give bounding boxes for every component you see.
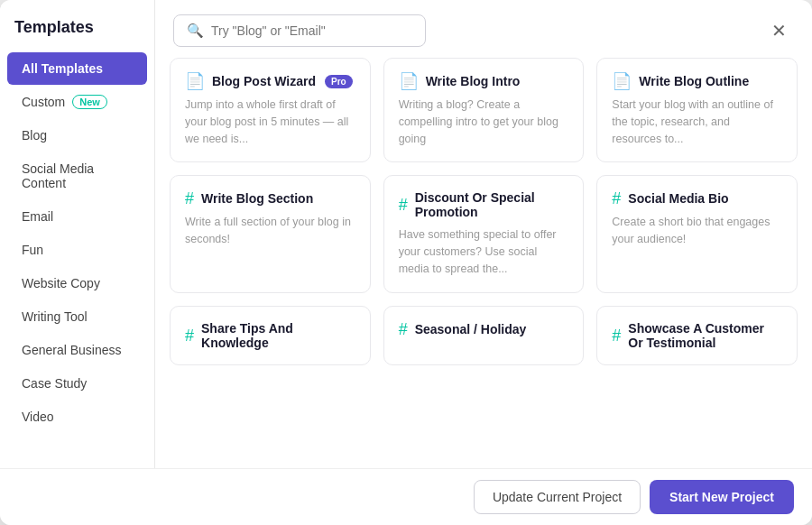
sidebar-item-general-business[interactable]: General Business <box>7 334 147 366</box>
card-desc: Jump into a whole first draft of your bl… <box>185 97 355 147</box>
card-title: Write Blog Intro <box>426 74 521 88</box>
sidebar-item-blog[interactable]: Blog <box>7 119 147 152</box>
hash-icon: # <box>612 190 621 207</box>
card-title: Social Media Bio <box>628 191 728 206</box>
pro-badge: Pro <box>325 75 353 88</box>
template-card-8[interactable]: # Showcase A Customer Or Testimonial <box>596 306 798 365</box>
template-card-3[interactable]: # Write Blog Section Write a full sectio… <box>170 175 371 292</box>
modal-body: Templates All TemplatesCustomNewBlogSoci… <box>0 0 812 468</box>
templates-modal: Templates All TemplatesCustomNewBlogSoci… <box>0 0 812 525</box>
update-project-button[interactable]: Update Current Project <box>474 480 641 514</box>
card-desc: Start your blog with an outline of the t… <box>612 97 782 147</box>
hash-icon: # <box>185 190 194 207</box>
card-title: Discount Or Special Promotion <box>415 190 569 219</box>
hash-icon: # <box>612 327 621 344</box>
sidebar-item-video[interactable]: Video <box>7 401 147 433</box>
card-header: # Write Blog Section <box>185 190 355 207</box>
card-desc: Have something special to offer your cus… <box>399 226 569 277</box>
sidebar-item-custom[interactable]: CustomNew <box>7 86 147 118</box>
sidebar-item-writing-tool[interactable]: Writing Tool <box>7 300 147 333</box>
template-card-1[interactable]: 📄 Write Blog Intro Writing a blog? Creat… <box>383 58 585 162</box>
card-header: # Discount Or Special Promotion <box>399 190 569 219</box>
template-card-5[interactable]: # Social Media Bio Create a short bio th… <box>596 175 798 292</box>
card-desc: Writing a blog? Create a compelling intr… <box>399 97 569 147</box>
card-header: # Seasonal / Holiday <box>399 321 569 337</box>
card-header: # Share Tips And Knowledge <box>185 321 355 350</box>
sidebar-item-fun[interactable]: Fun <box>7 234 147 266</box>
card-header: 📄 Write Blog Intro <box>399 73 569 89</box>
card-title: Write Blog Outline <box>639 74 749 88</box>
template-card-0[interactable]: 📄 Blog Post Wizard Pro Jump into a whole… <box>170 58 371 162</box>
card-header: # Social Media Bio <box>612 190 782 207</box>
hash-icon: # <box>185 327 194 344</box>
close-button[interactable]: ✕ <box>764 18 794 43</box>
sidebar-title: Templates <box>0 0 154 51</box>
card-title: Write Blog Section <box>201 191 313 206</box>
search-bar-container: 🔍 ✕ <box>155 0 812 58</box>
search-icon: 🔍 <box>187 23 204 39</box>
modal-footer: Update Current Project Start New Project <box>0 468 812 525</box>
template-card-6[interactable]: # Share Tips And Knowledge <box>170 306 371 365</box>
card-title: Showcase A Customer Or Testimonial <box>628 321 782 350</box>
card-title: Blog Post Wizard <box>212 74 316 88</box>
hash-icon: # <box>399 197 408 213</box>
card-desc: Write a full section of your blog in sec… <box>185 214 355 248</box>
start-new-project-button[interactable]: Start New Project <box>650 480 794 514</box>
template-card-7[interactable]: # Seasonal / Holiday <box>383 306 585 365</box>
sidebar-item-social-media-content[interactable]: Social Media Content <box>7 152 147 199</box>
sidebar-item-case-study[interactable]: Case Study <box>7 367 147 400</box>
new-badge: New <box>72 95 107 109</box>
search-input[interactable] <box>211 23 412 38</box>
card-header: 📄 Blog Post Wizard Pro <box>185 73 355 89</box>
main-content: 🔍 ✕ 📄 Blog Post Wizard Pro Jump into a w… <box>155 0 812 468</box>
cards-container: 📄 Blog Post Wizard Pro Jump into a whole… <box>155 58 812 468</box>
hash-icon: # <box>399 321 408 337</box>
template-card-2[interactable]: 📄 Write Blog Outline Start your blog wit… <box>596 58 798 162</box>
search-bar: 🔍 <box>173 14 426 47</box>
template-card-4[interactable]: # Discount Or Special Promotion Have som… <box>383 175 585 292</box>
card-desc: Create a short bio that engages your aud… <box>612 214 782 248</box>
card-title: Share Tips And Knowledge <box>201 321 355 350</box>
sidebar-item-website-copy[interactable]: Website Copy <box>7 267 147 299</box>
card-header: 📄 Write Blog Outline <box>612 73 782 89</box>
document-icon: 📄 <box>612 73 632 89</box>
card-title: Seasonal / Holiday <box>415 322 527 336</box>
sidebar: Templates All TemplatesCustomNewBlogSoci… <box>0 0 155 468</box>
sidebar-item-all-templates[interactable]: All Templates <box>7 52 147 85</box>
document-icon: 📄 <box>399 73 419 89</box>
card-header: # Showcase A Customer Or Testimonial <box>612 321 782 350</box>
sidebar-item-email[interactable]: Email <box>7 200 147 233</box>
document-icon: 📄 <box>185 73 205 89</box>
